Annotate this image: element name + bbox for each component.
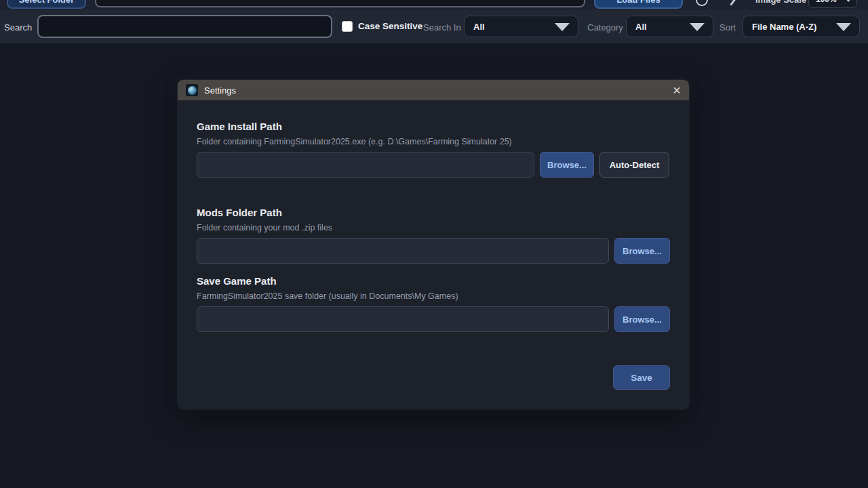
image-scale-label: Image Scale [755, 0, 806, 5]
category-value: All [635, 22, 647, 32]
case-sensitive-label: Case Sensitive [358, 21, 422, 31]
section-row: Browse... [197, 238, 670, 264]
clock-icon[interactable] [696, 0, 708, 6]
section-row: Browse... Auto-Detect [197, 152, 670, 178]
search-in-value: All [473, 22, 485, 32]
section-heading: Game Install Path [197, 121, 670, 131]
game-install-path-input[interactable] [197, 152, 534, 178]
chevron-down-icon [836, 23, 851, 31]
mods-folder-path-input[interactable] [197, 238, 609, 264]
dialog-body: Game Install Path Folder containing Farm… [178, 100, 689, 390]
search-label: Search [4, 22, 32, 33]
magnifier-icon[interactable] [730, 0, 736, 6]
category-select[interactable]: All [626, 16, 713, 37]
dialog-title: Settings [204, 85, 236, 96]
mods-folder-path-section: Mods Folder Path Folder containing your … [197, 207, 670, 264]
chevron-down-icon [846, 0, 851, 2]
save-button[interactable]: Save [613, 365, 670, 390]
section-heading: Save Game Path [197, 276, 670, 286]
save-game-path-section: Save Game Path FarmingSimulator2025 save… [197, 276, 670, 332]
settings-dialog: Settings × Game Install Path Folder cont… [178, 80, 689, 409]
folder-path-input[interactable] [95, 0, 585, 7]
browse-button[interactable]: Browse... [540, 152, 594, 178]
game-install-path-section: Game Install Path Folder containing Farm… [197, 121, 670, 178]
globe-logo-icon [188, 86, 197, 95]
search-input[interactable] [37, 15, 332, 38]
section-heading: Mods Folder Path [197, 207, 670, 218]
section-description: FarmingSimulator2025 save folder (usuall… [197, 291, 670, 302]
section-description: Folder containing your mod .zip files [197, 223, 670, 233]
browse-button[interactable]: Browse... [614, 238, 670, 264]
section-row: Browse... [197, 306, 670, 332]
chevron-down-icon [690, 23, 705, 31]
search-in-label: Search In [423, 22, 461, 33]
save-game-path-input[interactable] [197, 306, 609, 332]
save-row: Save [197, 365, 670, 390]
dialog-titlebar[interactable]: Settings × [178, 80, 689, 100]
image-scale-value: 100% [816, 0, 837, 4]
category-label: Category [587, 22, 623, 33]
load-files-button[interactable]: Load Files [594, 0, 683, 9]
auto-detect-button[interactable]: Auto-Detect [599, 152, 669, 178]
sort-select[interactable]: File Name (A-Z) [743, 16, 860, 37]
select-folder-button[interactable]: Select Folder [7, 0, 86, 9]
close-icon[interactable]: × [673, 83, 681, 97]
browse-button[interactable]: Browse... [614, 306, 670, 332]
sort-value: File Name (A-Z) [752, 22, 816, 32]
sort-label: Sort [719, 22, 736, 33]
image-scale-select[interactable]: 100% [808, 0, 857, 8]
filter-bar: Search Case Sensitive Search In All Cate… [0, 9, 868, 43]
section-description: Folder containing FarmingSimulator2025.e… [197, 137, 670, 147]
chevron-down-icon [555, 23, 570, 31]
search-in-select[interactable]: All [464, 16, 578, 37]
settings-app-icon [186, 84, 198, 96]
top-toolbar: Select Folder Load Files Image Scale 100… [0, 0, 868, 9]
case-sensitive-checkbox[interactable] [342, 21, 353, 32]
